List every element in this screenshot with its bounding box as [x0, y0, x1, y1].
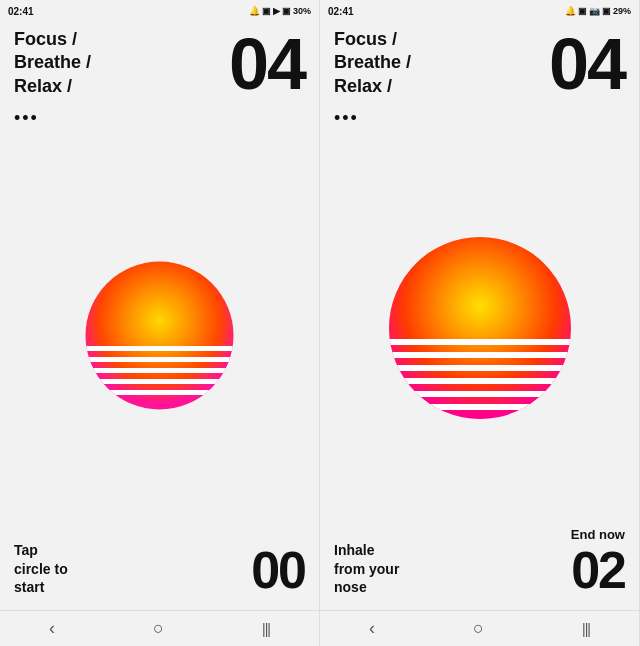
header-left: Focus / Breathe / Relax / 04 — [0, 22, 319, 104]
footer-instruction-right: Inhalefrom yournose — [334, 541, 399, 596]
header-line-1-right: Focus / — [334, 28, 411, 51]
sun-icon-left[interactable] — [82, 258, 237, 413]
status-icons-right: 🔔▣📷▣29% — [565, 6, 631, 16]
svg-rect-6 — [86, 390, 234, 395]
status-bar-right: 02:41 🔔▣📷▣29% — [320, 0, 639, 22]
end-now-button[interactable]: End now — [571, 527, 625, 542]
svg-rect-4 — [86, 368, 234, 373]
status-bar-left: 02:41 🔔▣▶▣30% — [0, 0, 319, 22]
svg-rect-12 — [389, 378, 571, 384]
time-right: 02:41 — [328, 6, 354, 17]
nav-bar-right: ‹ ○ ||| — [320, 610, 639, 646]
footer-right-right: End now 02 — [571, 527, 625, 596]
battery-right: 29% — [613, 6, 631, 16]
sun-container-right[interactable] — [320, 137, 639, 519]
footer-right-left: 00 — [251, 544, 305, 596]
footer-left: Tapcircle tostart 00 — [0, 533, 319, 610]
header-line-2-left: Breathe / — [14, 51, 91, 74]
header-line-2-right: Breathe / — [334, 51, 411, 74]
header-line-3-left: Relax / — [14, 75, 91, 98]
status-icons-left: 🔔▣▶▣30% — [249, 6, 311, 16]
nav-recents-left[interactable]: ||| — [262, 621, 270, 637]
battery-left: 30% — [293, 6, 311, 16]
header-text-left: Focus / Breathe / Relax / — [14, 28, 91, 98]
svg-rect-10 — [389, 352, 571, 358]
nav-bar-left: ‹ ○ ||| — [0, 610, 319, 646]
nav-home-left[interactable]: ○ — [153, 618, 164, 639]
screen-left: 02:41 🔔▣▶▣30% Focus / Breathe / Relax / … — [0, 0, 320, 646]
nav-home-right[interactable]: ○ — [473, 618, 484, 639]
svg-rect-14 — [389, 404, 571, 410]
svg-point-1 — [86, 261, 234, 409]
svg-rect-5 — [86, 379, 234, 384]
header-text-right: Focus / Breathe / Relax / — [334, 28, 411, 98]
footer-right: Inhalefrom yournose End now 02 — [320, 519, 639, 610]
time-left: 02:41 — [8, 6, 34, 17]
nav-back-right[interactable]: ‹ — [369, 618, 375, 639]
svg-rect-3 — [86, 357, 234, 362]
sun-icon-right[interactable] — [385, 233, 575, 423]
header-right: Focus / Breathe / Relax / 04 — [320, 22, 639, 104]
header-line-3-right: Relax / — [334, 75, 411, 98]
svg-rect-2 — [86, 346, 234, 351]
dots-left: ••• — [0, 104, 319, 137]
svg-rect-11 — [389, 365, 571, 371]
session-number-right: 04 — [549, 28, 625, 100]
screen-right: 02:41 🔔▣📷▣29% Focus / Breathe / Relax / … — [320, 0, 640, 646]
counter-left: 00 — [251, 544, 305, 596]
svg-rect-13 — [389, 391, 571, 397]
nav-recents-right[interactable]: ||| — [582, 621, 590, 637]
sun-container-left[interactable] — [0, 137, 319, 533]
session-number-left: 04 — [229, 28, 305, 100]
counter-right: 02 — [571, 544, 625, 596]
nav-back-left[interactable]: ‹ — [49, 618, 55, 639]
footer-instruction-left: Tapcircle tostart — [14, 541, 68, 596]
dots-right: ••• — [320, 104, 639, 137]
header-line-1-left: Focus / — [14, 28, 91, 51]
svg-rect-9 — [389, 339, 571, 345]
